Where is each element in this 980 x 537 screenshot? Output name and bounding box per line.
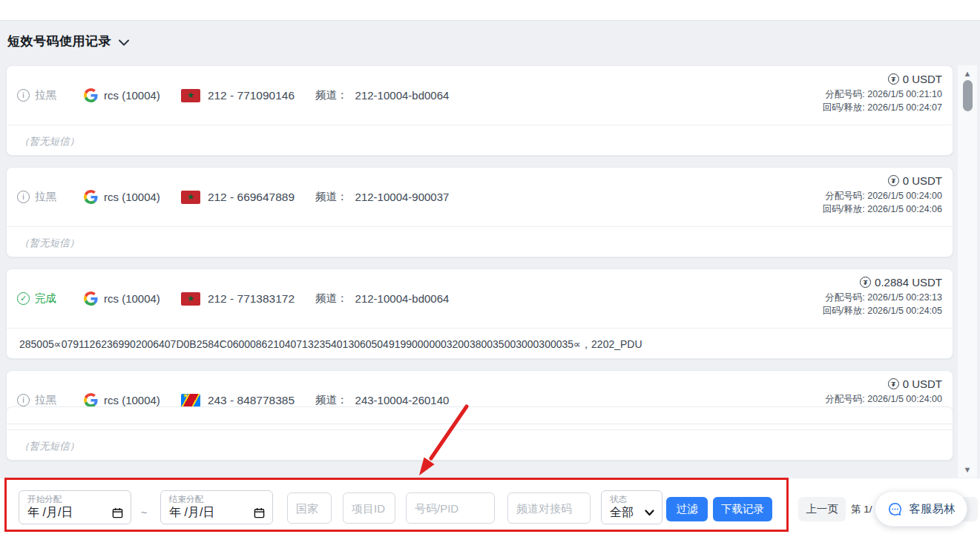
date-range-separator: ~	[141, 507, 147, 518]
channel-label: 频道：	[315, 88, 348, 102]
phone-number: 243 - 848778385	[208, 394, 295, 407]
amount-value: 0 USDT	[903, 174, 942, 187]
amount-value: 0 USDT	[903, 378, 942, 390]
info-circle-icon: i	[17, 394, 30, 406]
top-bar	[0, 0, 980, 21]
assigned-label: 分配号码:	[825, 394, 864, 404]
usdt-icon: ₮	[860, 277, 871, 288]
country-flag-icon	[181, 191, 200, 204]
info-circle-icon: i	[17, 89, 30, 102]
assigned-time: 2026/1/5 00:24:00	[867, 394, 942, 404]
status-badge: ✓ 完成	[17, 291, 68, 306]
usdt-icon: ₮	[888, 73, 899, 85]
chevron-down-icon	[645, 510, 654, 516]
assigned-time: 2026/1/5 00:21:10	[867, 89, 942, 99]
record-card-header: ✓ 完成 rcs (10004) 212 - 771383172 频道： 212…	[7, 269, 953, 329]
country-flag-icon	[181, 89, 200, 102]
country-flag-icon	[181, 394, 200, 407]
provider-label: rcs (10004)	[104, 191, 160, 203]
project-id-input[interactable]	[343, 492, 395, 524]
calendar-icon[interactable]	[254, 507, 265, 518]
start-date-field[interactable]: 开始分配 年 /月/日	[19, 490, 131, 524]
scrollbar[interactable]: ▲ ▼	[958, 65, 977, 478]
amount-value: 0.2884 USDT	[875, 276, 942, 289]
assigned-label: 分配号码:	[825, 292, 864, 303]
phone-number: 212 - 771383172	[208, 292, 295, 306]
section-header: 短效号码使用记录	[7, 33, 129, 50]
channel-label: 频道：	[315, 291, 348, 306]
status-label: 完成	[35, 291, 56, 306]
channel-label: 频道：	[315, 393, 348, 407]
filter-bar: 开始分配 年 /月/日 ~ 结束分配 年 /月/日 状态 全部 过滤	[0, 478, 980, 537]
status-badge: i 拉黑	[17, 88, 68, 102]
record-card: i 拉黑 rcs (10004) 212 - 669647889 频道： 212…	[6, 167, 953, 257]
record-meta: ₮ 0 USDT 分配号码: 2026/1/5 00:24:00 回码/释放: …	[823, 174, 942, 216]
chevron-down-icon[interactable]	[119, 39, 129, 46]
end-date-field[interactable]: 结束分配 年 /月/日	[160, 490, 273, 524]
usdt-icon: ₮	[888, 175, 899, 186]
assigned-time: 2026/1/5 00:24:00	[867, 191, 942, 201]
sms-message: 285005∝07911262369902006407D0B2584C06000…	[7, 329, 953, 352]
customer-support-label: 客服易林	[910, 501, 956, 517]
calendar-icon[interactable]	[112, 507, 123, 518]
assigned-label: 分配号码:	[825, 89, 864, 99]
record-meta: ₮ 0 USDT 分配号码: 2026/1/5 00:21:10 回码/释放: …	[823, 73, 942, 114]
record-meta: ₮ 0.2884 USDT 分配号码: 2026/1/5 00:23:13 回码…	[823, 276, 942, 317]
record-card: i 拉黑 rcs (10004) 212 - 771090146 频道： 212…	[6, 65, 953, 156]
phone-number: 212 - 771090146	[208, 89, 295, 102]
download-records-button[interactable]: 下载记录	[713, 497, 772, 521]
released-time: 2026/1/5 00:24:07	[867, 102, 942, 113]
record-card-header: i 拉黑 rcs (10004) 212 - 669647889 频道： 212…	[7, 168, 953, 227]
scroll-down-icon[interactable]: ▼	[958, 464, 977, 475]
channel-code-input[interactable]	[507, 492, 591, 524]
filter-button[interactable]: 过滤	[666, 497, 708, 521]
prev-page-button[interactable]: 上一页	[798, 497, 846, 521]
record-card: ✓ 完成 rcs (10004) 212 - 771383172 频道： 212…	[6, 268, 953, 359]
country-flag-icon	[181, 292, 200, 306]
provider-label: rcs (10004)	[104, 292, 160, 305]
status-select-value: 全部	[610, 505, 634, 521]
channel-value: 212-10004-bd0064	[355, 292, 450, 305]
channel-label: 频道：	[315, 190, 348, 204]
status-badge: i 拉黑	[17, 190, 68, 204]
status-select[interactable]: 状态 全部	[601, 490, 662, 524]
amount-value: 0 USDT	[903, 73, 942, 85]
start-date-label: 开始分配	[27, 495, 123, 504]
google-icon	[84, 393, 98, 407]
released-label: 回码/释放:	[823, 102, 865, 113]
sms-message: （暂无短信）	[7, 430, 953, 453]
record-card-header: i 拉黑 rcs (10004) 212 - 771090146 频道： 212…	[7, 66, 953, 125]
google-icon	[84, 291, 98, 306]
page-title: 短效号码使用记录	[7, 33, 111, 50]
phone-number: 212 - 669647889	[208, 191, 295, 204]
released-time: 2026/1/5 00:24:05	[867, 306, 942, 316]
status-select-label: 状态	[610, 495, 654, 504]
assigned-time: 2026/1/5 00:23:13	[867, 292, 942, 303]
provider-label: rcs (10004)	[104, 89, 160, 102]
channel-value: 212-10004-900037	[355, 191, 450, 203]
country-input[interactable]	[287, 492, 332, 524]
sms-message: （暂无短信）	[7, 227, 953, 250]
released-label: 回码/释放:	[823, 204, 865, 214]
released-time: 2026/1/5 00:24:06	[867, 204, 942, 214]
number-pid-input[interactable]	[406, 492, 495, 524]
check-circle-icon: ✓	[17, 292, 30, 305]
channel-value: 212-10004-bd0064	[355, 89, 450, 102]
channel-value: 243-10004-260140	[355, 394, 450, 406]
start-date-value: 年 /月/日	[27, 505, 73, 521]
scroll-up-icon[interactable]: ▲	[958, 68, 977, 79]
status-label: 拉黑	[35, 88, 56, 102]
customer-support-button[interactable]: 客服易林	[875, 491, 967, 527]
google-icon	[84, 190, 98, 204]
status-badge: i 拉黑	[17, 393, 68, 407]
assigned-label: 分配号码:	[825, 191, 864, 201]
next-record-card-partial	[6, 406, 953, 424]
google-icon	[84, 88, 98, 102]
usdt-icon: ₮	[888, 378, 899, 389]
page: 短效号码使用记录 i 拉黑 rcs (10004)	[0, 0, 980, 537]
info-circle-icon: i	[17, 191, 30, 203]
sms-message: （暂无短信）	[7, 125, 953, 148]
page-indicator: 第 1/	[851, 503, 872, 516]
end-date-value: 年 /月/日	[169, 505, 214, 521]
scrollbar-thumb[interactable]	[963, 80, 973, 111]
